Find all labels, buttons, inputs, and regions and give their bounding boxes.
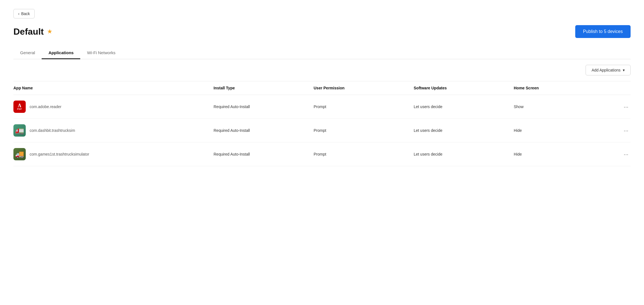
col-header-user-permission: User Permission — [314, 86, 414, 90]
app-icon-games1st: 🚚 — [13, 148, 26, 160]
app-name-text: com.adobe.reader — [30, 104, 61, 109]
install-type-cell: Required Auto-Install — [214, 152, 314, 156]
app-name-text: com.dashbit.trashtrucksim — [30, 128, 75, 133]
more-options-button[interactable]: ··· — [614, 126, 631, 135]
col-header-home-screen: Home Screen — [514, 86, 614, 90]
add-applications-label: Add Applications — [591, 68, 621, 72]
col-header-actions — [614, 86, 631, 90]
app-name-cell: A PDF com.adobe.reader — [13, 101, 214, 113]
table-container: App Name Install Type User Permission So… — [13, 81, 631, 166]
col-header-software-updates: Software Updates — [414, 86, 514, 90]
back-arrow-icon: ‹ — [18, 11, 20, 16]
app-icon-dashbit: 🚛 — [13, 124, 26, 137]
page-title: Default — [13, 27, 44, 37]
home-screen-cell: Hide — [514, 152, 614, 156]
more-options-button[interactable]: ··· — [614, 103, 631, 111]
user-permission-cell: Prompt — [314, 104, 414, 109]
install-type-cell: Required Auto-Install — [214, 128, 314, 133]
app-name-text: com.games1st.trashtrucksimulator — [30, 152, 89, 156]
dropdown-chevron-icon: ▾ — [623, 68, 625, 72]
add-applications-button[interactable]: Add Applications ▾ — [586, 65, 631, 75]
back-label: Back — [21, 11, 30, 16]
app-icon-adobe: A PDF — [13, 101, 26, 113]
software-updates-cell: Let users decide — [414, 128, 514, 133]
software-updates-cell: Let users decide — [414, 104, 514, 109]
more-icon: ··· — [624, 151, 628, 158]
tab-applications[interactable]: Applications — [42, 47, 80, 59]
header-row: Default ★ Publish to 5 devices — [13, 25, 631, 38]
more-icon: ··· — [624, 127, 628, 134]
header-left: Default ★ — [13, 27, 53, 37]
table-header: App Name Install Type User Permission So… — [13, 81, 631, 95]
install-type-cell: Required Auto-Install — [214, 104, 314, 109]
user-permission-cell: Prompt — [314, 152, 414, 156]
favorite-star-icon[interactable]: ★ — [47, 28, 53, 35]
table-row: 🚚 com.games1st.trashtrucksimulator Requi… — [13, 142, 631, 166]
col-header-app-name: App Name — [13, 86, 214, 90]
col-header-install-type: Install Type — [214, 86, 314, 90]
tab-wifi-networks[interactable]: Wi-Fi Networks — [80, 47, 122, 59]
more-options-button[interactable]: ··· — [614, 150, 631, 159]
back-button[interactable]: ‹ Back — [13, 9, 35, 18]
software-updates-cell: Let users decide — [414, 152, 514, 156]
publish-button[interactable]: Publish to 5 devices — [575, 25, 631, 38]
toolbar-row: Add Applications ▾ — [13, 59, 631, 81]
tab-general[interactable]: General — [13, 47, 42, 59]
home-screen-cell: Show — [514, 104, 614, 109]
app-name-cell: 🚛 com.dashbit.trashtrucksim — [13, 124, 214, 137]
tabs-row: General Applications Wi-Fi Networks — [13, 47, 631, 59]
app-name-cell: 🚚 com.games1st.trashtrucksimulator — [13, 148, 214, 160]
table-row: A PDF com.adobe.reader Required Auto-Ins… — [13, 95, 631, 119]
home-screen-cell: Hide — [514, 128, 614, 133]
table-row: 🚛 com.dashbit.trashtrucksim Required Aut… — [13, 119, 631, 142]
more-icon: ··· — [624, 104, 628, 110]
user-permission-cell: Prompt — [314, 128, 414, 133]
page-container: ‹ Back Default ★ Publish to 5 devices Ge… — [0, 0, 644, 175]
